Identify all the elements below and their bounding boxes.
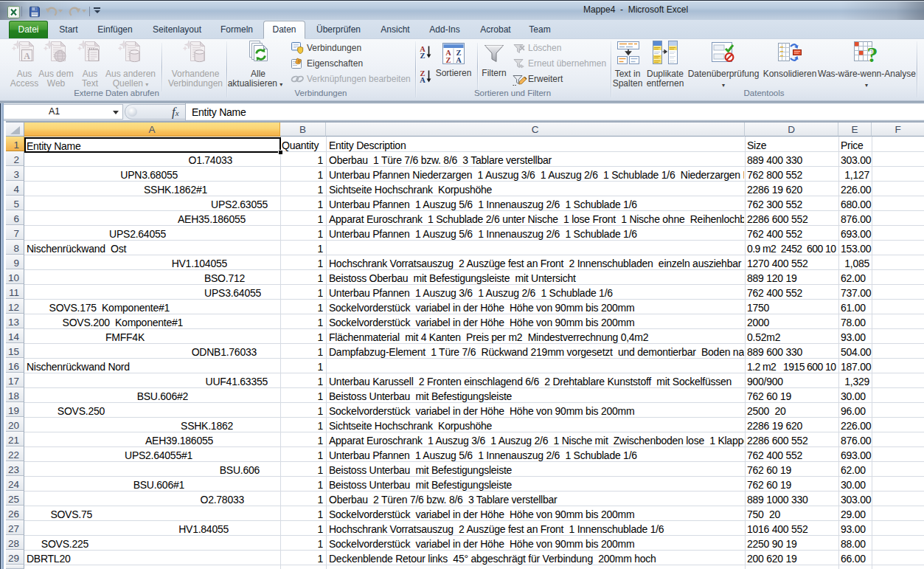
svg-text:Z: Z — [445, 56, 451, 64]
svg-text:A: A — [24, 51, 30, 61]
svg-text:A: A — [456, 56, 462, 64]
svg-text:?: ? — [867, 42, 878, 66]
svg-text:Z: Z — [420, 52, 425, 60]
